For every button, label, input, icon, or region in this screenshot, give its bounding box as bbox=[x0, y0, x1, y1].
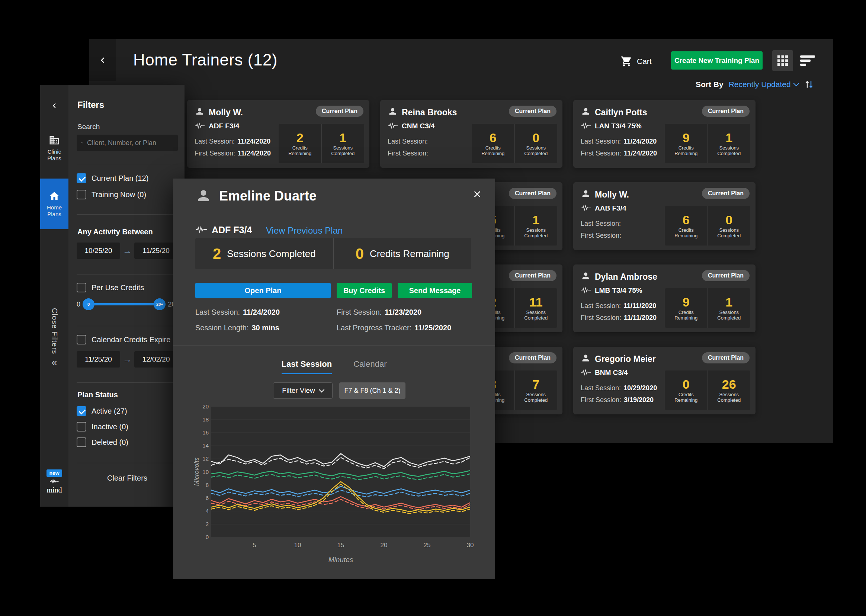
sessions-completed-stat: 1 Sessions Completed bbox=[514, 206, 558, 245]
sessions-completed-stat: 11 Sessions Completed bbox=[514, 288, 558, 328]
line-chart bbox=[211, 407, 470, 537]
filter-status-deleted[interactable]: Deleted (0) bbox=[77, 437, 128, 447]
activity-date-range: → bbox=[77, 242, 178, 259]
search-input[interactable] bbox=[87, 139, 173, 147]
slider-handle-max[interactable]: 20+ bbox=[154, 299, 165, 310]
checkbox-label: Inactive (0) bbox=[91, 423, 128, 431]
person-icon bbox=[195, 187, 212, 204]
clear-filters-button[interactable]: Clear Filters bbox=[77, 474, 178, 482]
sidebar-item-label: Clinic Plans bbox=[43, 148, 66, 162]
y-tick-label: 20 bbox=[194, 403, 209, 410]
slider-track[interactable]: 0 20+ bbox=[88, 303, 160, 305]
sessions-completed-stat: 1 Sessions Completed bbox=[707, 124, 751, 163]
filter-view-dropdown[interactable]: Filter View bbox=[273, 382, 333, 399]
y-tick-label: 16 bbox=[194, 429, 209, 435]
checkbox[interactable] bbox=[77, 437, 86, 447]
credits-remaining-value: 6 bbox=[683, 214, 690, 226]
client-card[interactable]: Reina Brooks Current Plan CNM C3/4 Last … bbox=[380, 100, 563, 168]
current-plan-badge: Current Plan bbox=[509, 270, 556, 281]
client-card[interactable]: Molly W. Current Plan ADF F3/4 Last Sess… bbox=[187, 100, 369, 168]
checkbox[interactable] bbox=[77, 422, 86, 432]
view-previous-plan-link[interactable]: View Previous Plan bbox=[266, 225, 343, 236]
sessions-completed-stat: 1 Sessions Completed bbox=[321, 124, 365, 163]
credits-remaining-value: 2 bbox=[297, 131, 303, 144]
current-plan-badge: Current Plan bbox=[509, 188, 556, 199]
slider-handle-min[interactable]: 0 bbox=[83, 299, 94, 310]
filter-training-now[interactable]: Training Now (0) bbox=[77, 190, 146, 200]
filter-status-inactive[interactable]: Inactive (0) bbox=[77, 422, 128, 432]
sessions-completed-stat: 0 Sessions Completed bbox=[707, 206, 751, 245]
waveform-icon bbox=[581, 287, 591, 294]
checkbox[interactable] bbox=[77, 406, 86, 416]
y-tick-label: 0 bbox=[194, 534, 209, 540]
arrow-right-icon: → bbox=[123, 354, 132, 365]
sidebar-item-clinic-plans[interactable]: Clinic Plans bbox=[40, 129, 68, 167]
last-session-row: Last Session:11/24/2020 bbox=[195, 138, 270, 145]
filter-per-use-credits[interactable]: Per Use Credits bbox=[77, 283, 144, 292]
first-session-row: First Session:11/11/2020 bbox=[581, 314, 657, 322]
filter-calendar-credits-expire[interactable]: Calendar Credits Expire bbox=[77, 335, 170, 344]
client-card[interactable]: Dylan Ambrose Current Plan LMB T3/4 75% … bbox=[573, 264, 756, 332]
close-icon[interactable] bbox=[472, 189, 483, 200]
arrow-right-icon: → bbox=[123, 245, 132, 256]
client-card[interactable]: Molly W. Current Plan AAB F3/4 Last Sess… bbox=[573, 182, 756, 250]
logo-new-badge: new bbox=[47, 470, 62, 477]
sessions-completed-value: 2 bbox=[213, 245, 221, 262]
plan-code: AAB F3/4 bbox=[595, 204, 626, 212]
plan-code: ADF F3/4 bbox=[209, 122, 239, 130]
checkbox[interactable] bbox=[77, 173, 86, 183]
chevron-down-icon bbox=[318, 387, 324, 393]
rail-back-button[interactable] bbox=[40, 98, 68, 113]
buy-credits-button[interactable]: Buy Credits bbox=[337, 283, 392, 299]
expire-from-input[interactable] bbox=[77, 351, 120, 368]
checkbox-label: Per Use Credits bbox=[91, 283, 144, 292]
divider bbox=[77, 382, 178, 383]
clinic-building-icon bbox=[49, 135, 60, 146]
checkbox[interactable] bbox=[77, 283, 86, 292]
credits-remaining-stat: 9 Credits Remaining bbox=[665, 124, 707, 163]
divider bbox=[77, 463, 178, 463]
client-card[interactable]: Caitlyn Potts Current Plan LAN T3/4 75% … bbox=[573, 100, 756, 168]
last-session-info: Last Session:11/24/2020 bbox=[195, 308, 280, 317]
search-icon bbox=[81, 139, 84, 146]
checkbox[interactable] bbox=[77, 335, 86, 344]
open-plan-button[interactable]: Open Plan bbox=[195, 283, 331, 299]
client-name: Gregorio Meier bbox=[595, 354, 656, 364]
x-axis-label: Minutes bbox=[326, 556, 356, 564]
credits-remaining-stat: 0 Credits Remaining bbox=[333, 238, 472, 269]
last-session-row: Last Session: bbox=[581, 220, 624, 228]
x-tick-label: 10 bbox=[292, 542, 303, 549]
channel-chip[interactable]: F7 & F8 (Ch 1 & 2) bbox=[339, 382, 405, 399]
divider bbox=[77, 214, 178, 215]
divider bbox=[77, 326, 178, 326]
send-message-button[interactable]: Send Message bbox=[398, 283, 472, 299]
close-filters-control[interactable]: Close Filters « bbox=[40, 308, 68, 366]
credits-remaining-value: 9 bbox=[683, 296, 690, 308]
filter-current-plan[interactable]: Current Plan (12) bbox=[77, 173, 148, 183]
client-card[interactable]: Gregorio Meier Current Plan BNM C3/4 Las… bbox=[573, 347, 756, 414]
client-name: Reina Brooks bbox=[402, 107, 457, 118]
plan-code: ADF F3/4 bbox=[212, 225, 252, 236]
search-field[interactable] bbox=[77, 135, 178, 151]
tab-calendar[interactable]: Calendar bbox=[354, 359, 387, 374]
activity-from-input[interactable] bbox=[77, 242, 120, 259]
sessions-completed-stat: 7 Sessions Completed bbox=[514, 371, 558, 410]
checkbox[interactable] bbox=[77, 190, 86, 200]
credits-remaining-value: 0 bbox=[356, 245, 364, 262]
expire-to-input[interactable] bbox=[134, 351, 178, 368]
waveform-icon bbox=[195, 225, 207, 234]
current-plan-badge: Current Plan bbox=[702, 352, 750, 363]
sessions-completed-value: 1 bbox=[725, 131, 732, 144]
tab-last-session[interactable]: Last Session bbox=[281, 359, 332, 374]
home-icon bbox=[49, 190, 60, 202]
first-session-row: First Session:3/19/2020 bbox=[581, 396, 654, 404]
card-stats: 6 Credits Remaining 0 Sessions Completed bbox=[665, 206, 750, 245]
y-tick-label: 8 bbox=[194, 482, 209, 488]
client-detail-modal: Emeline Duarte ADF F3/4 View Previous Pl… bbox=[173, 179, 495, 579]
filter-status-active[interactable]: Active (27) bbox=[77, 406, 127, 416]
current-plan-badge: Current Plan bbox=[509, 352, 556, 363]
activity-to-input[interactable] bbox=[134, 242, 178, 259]
y-tick-label: 10 bbox=[194, 469, 209, 475]
sidebar-item-home-plans[interactable]: Home Plans bbox=[40, 179, 68, 229]
y-tick-label: 6 bbox=[194, 495, 209, 501]
